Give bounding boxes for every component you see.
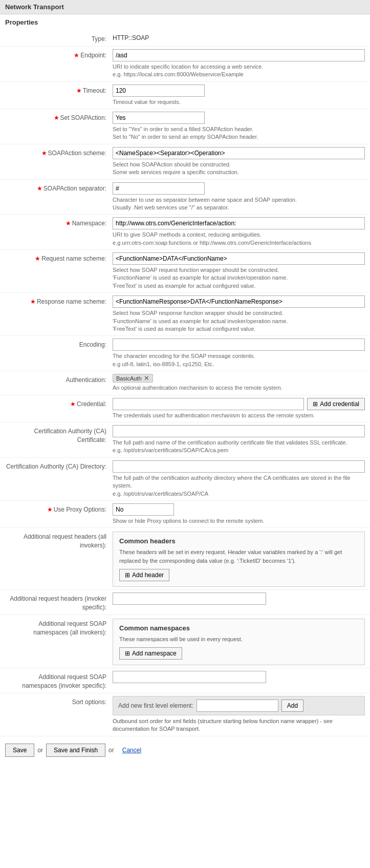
additional-namespaces-invoker-content: [113, 671, 365, 683]
request-name-scheme-row: ★Request name scheme: Select how SOAP re…: [0, 250, 370, 293]
credential-label: ★Credential:: [5, 398, 113, 409]
soapaction-separator-content: Character to use as separator between na…: [113, 182, 365, 212]
ca-certificate-input[interactable]: [113, 425, 365, 437]
encoding-row: Encoding: The character encoding for the…: [0, 336, 370, 371]
authentication-content: BasicAuth ✕ An optional authentication m…: [113, 374, 365, 392]
add-namespace-icon: ⊞: [125, 650, 130, 657]
cancel-button[interactable]: Cancel: [117, 744, 146, 756]
set-soapaction-row: ★Set SOAPAction: Set to "Yes" in order t…: [0, 109, 370, 144]
authentication-badge: BasicAuth ✕: [113, 374, 153, 383]
set-soapaction-label-text: Set SOAPAction:: [60, 114, 107, 121]
common-headers-box: Common headers These headers will be set…: [113, 532, 365, 587]
save-button[interactable]: Save: [5, 744, 34, 757]
endpoint-row: ★Endpoint: URI to indicate specific loca…: [0, 47, 370, 82]
set-soapaction-label: ★Set SOAPAction:: [5, 112, 113, 122]
ca-directory-label-text: Certification Authority (CA) Directory:: [6, 463, 106, 470]
sort-add-label: Add: [287, 702, 298, 709]
authentication-label-text: Authentication:: [66, 376, 106, 384]
endpoint-input[interactable]: [113, 49, 365, 61]
timeout-input[interactable]: [113, 84, 205, 97]
common-headers-help: These headers will be set in every reque…: [119, 548, 358, 565]
ca-directory-row: Certification Authority (CA) Directory: …: [0, 458, 370, 501]
additional-headers-all-label: Additional request headers (all invokers…: [5, 531, 113, 550]
additional-headers-invoker-label: Additional request headers (invoker spec…: [5, 592, 113, 612]
namespace-label-text: Namespace:: [72, 220, 106, 227]
endpoint-label-text: Endpoint:: [80, 52, 106, 59]
additional-headers-invoker-content: [113, 592, 365, 605]
authentication-value: BasicAuth: [116, 375, 142, 382]
soapaction-separator-input[interactable]: [113, 182, 205, 195]
soapaction-scheme-content: Select how SOAPAction should be construc…: [113, 147, 365, 177]
footer-buttons: Save or Save and Finish or Cancel: [0, 738, 370, 762]
encoding-help: The character encoding for the SOAP mess…: [113, 352, 365, 368]
encoding-label-text: Encoding:: [79, 341, 106, 348]
authentication-help: An optional authentication mechanism to …: [113, 384, 365, 392]
additional-namespaces-invoker-label: Additional request SOAP namespaces (invo…: [5, 671, 113, 690]
credential-input[interactable]: [113, 398, 304, 410]
ca-directory-input[interactable]: [113, 460, 365, 473]
section-header: Properties: [0, 14, 370, 30]
page-title: Network Transport: [5, 3, 64, 11]
save-and-finish-label: Save and Finish: [54, 747, 98, 754]
type-label: Type:: [5, 33, 113, 44]
authentication-label: Authentication:: [5, 374, 113, 385]
additional-headers-invoker-label-text: Additional request headers (invoker spec…: [10, 595, 106, 611]
authentication-remove-icon[interactable]: ✕: [144, 375, 149, 382]
soapaction-separator-row: ★SOAPAction separator: Character to use …: [0, 180, 370, 215]
encoding-label: Encoding:: [5, 338, 113, 349]
add-namespace-button[interactable]: ⊞ Add namespace: [119, 647, 182, 660]
soapaction-scheme-row: ★SOAPAction scheme: Select how SOAPActio…: [0, 144, 370, 180]
add-credential-icon: ⊞: [313, 400, 318, 408]
add-namespace-label: Add namespace: [132, 650, 177, 657]
credential-content: ⊞ Add credential The credentials used fo…: [113, 398, 365, 419]
additional-headers-invoker-row: Additional request headers (invoker spec…: [0, 590, 370, 615]
set-soapaction-content: Set to "Yes" in order to send a filled S…: [113, 112, 365, 141]
soapaction-separator-label: ★SOAPAction separator:: [5, 182, 113, 193]
response-name-scheme-content: Select how SOAP response function wrappe…: [113, 295, 365, 333]
timeout-label-text: Timeout:: [83, 87, 106, 94]
add-header-label: Add header: [132, 571, 164, 579]
sort-options-label: Sort options:: [5, 696, 113, 707]
response-name-scheme-help: Select how SOAP response function wrappe…: [113, 309, 365, 333]
ca-certificate-label: Certification Authority (CA) Certificate…: [5, 425, 113, 444]
sort-add-button[interactable]: Add: [281, 700, 303, 712]
add-header-button[interactable]: ⊞ Add header: [119, 569, 169, 581]
section-title: Properties: [5, 18, 38, 26]
additional-headers-invoker-input[interactable]: [113, 592, 266, 605]
additional-namespaces-invoker-input[interactable]: [113, 671, 266, 683]
additional-headers-all-row: Additional request headers (all invokers…: [0, 528, 370, 590]
save-and-finish-button[interactable]: Save and Finish: [46, 744, 105, 757]
ca-certificate-content: The full path and name of the certificat…: [113, 425, 365, 455]
use-proxy-options-input[interactable]: [113, 503, 174, 516]
request-name-scheme-input[interactable]: [113, 252, 365, 265]
request-name-scheme-help: Select how SOAP request function wrapper…: [113, 266, 365, 290]
set-soapaction-input[interactable]: [113, 112, 205, 124]
use-proxy-options-row: ★Use Proxy Options: Show or hide Proxy o…: [0, 501, 370, 528]
request-name-scheme-label: ★Request name scheme:: [5, 252, 113, 263]
add-credential-button[interactable]: ⊞ Add credential: [307, 398, 365, 410]
additional-namespaces-all-content: Common namespaces These namespaces will …: [113, 618, 365, 666]
authentication-row: Authentication: BasicAuth ✕ An optional …: [0, 371, 370, 395]
additional-namespaces-all-label: Additional request SOAP namespaces (all …: [5, 618, 113, 637]
save-label: Save: [13, 747, 27, 754]
additional-namespaces-all-label-text: Additional request SOAP namespaces (all …: [33, 620, 106, 636]
namespace-label: ★Namespace:: [5, 217, 113, 228]
ca-directory-content: The full path of the certification autho…: [113, 460, 365, 498]
namespace-input[interactable]: [113, 217, 365, 229]
encoding-input[interactable]: [113, 338, 365, 351]
response-name-scheme-input[interactable]: [113, 295, 365, 308]
use-proxy-options-content: Show or hide Proxy options to connect to…: [113, 503, 365, 525]
ca-directory-label: Certification Authority (CA) Directory:: [5, 460, 113, 471]
additional-namespaces-all-row: Additional request SOAP namespaces (all …: [0, 615, 370, 669]
common-namespaces-title: Common namespaces: [119, 624, 358, 632]
timeout-label: ★Timeout:: [5, 84, 113, 95]
sort-new-element-input[interactable]: [197, 700, 278, 712]
soapaction-scheme-input[interactable]: [113, 147, 365, 159]
credential-row: ★Credential: ⊞ Add credential The creden…: [0, 395, 370, 422]
timeout-help: Timeout value for requests.: [113, 98, 365, 106]
endpoint-label: ★Endpoint:: [5, 49, 113, 60]
sort-add-row: Add new first level element: Add: [118, 700, 359, 712]
soapaction-scheme-label-text: SOAPAction scheme:: [48, 150, 107, 157]
use-proxy-options-help: Show or hide Proxy options to connect to…: [113, 517, 365, 525]
soapaction-scheme-label: ★SOAPAction scheme:: [5, 147, 113, 158]
